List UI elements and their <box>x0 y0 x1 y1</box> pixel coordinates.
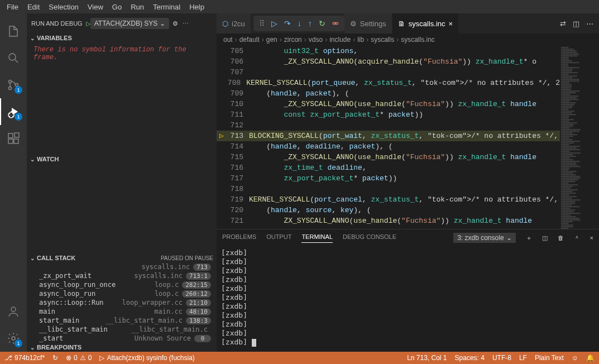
breadcrumb-item[interactable]: default <box>239 36 260 44</box>
terminal-select[interactable]: 3: zxdb console ⌄ <box>453 233 515 243</box>
restart-icon[interactable]: ↻ <box>319 19 325 28</box>
menu-view[interactable]: View <box>83 3 108 11</box>
code-line[interactable]: 717 zx_port_packet_t* packet)) <box>217 173 560 184</box>
stack-frame[interactable]: async_loop_run_onceloop.c282:15 <box>27 280 217 289</box>
menu-help[interactable]: Help <box>185 3 209 11</box>
code-line[interactable]: 718 <box>217 184 560 194</box>
new-terminal-icon[interactable]: ＋ <box>526 234 532 242</box>
more-icon[interactable]: ⋯ <box>586 20 593 28</box>
code-line[interactable]: 706 _ZX_SYSCALL_ANNO(acquire_handle("Fuc… <box>217 56 560 67</box>
code-line[interactable]: 720 (handle, source, key), ( <box>217 205 560 215</box>
settings-icon[interactable]: 1 <box>0 325 27 352</box>
breadcrumb-item[interactable]: zircon <box>284 36 302 44</box>
start-debug-icon[interactable]: ▷ <box>86 20 90 27</box>
stack-frame[interactable]: _zx_port_waitsyscalls.inc713:1 <box>27 271 217 280</box>
menu-terminal[interactable]: Terminal <box>148 3 185 11</box>
breadcrumb-item[interactable]: include <box>329 36 351 44</box>
code-line[interactable]: ▷713BLOCKING_SYSCALL(port_wait, zx_statu… <box>217 131 560 141</box>
feedback-icon[interactable]: ☺ <box>572 354 578 362</box>
launch-config-select[interactable]: Attach(zxdb) sys ⌄ <box>90 18 170 29</box>
code-line[interactable]: 708KERNEL_SYSCALL(port_queue, zx_status_… <box>217 78 560 88</box>
code-content[interactable]: 705 uint32_t options,706 _ZX_SYSCALL_ANN… <box>217 46 560 229</box>
stack-frame[interactable]: mainmain.cc48:10 <box>27 307 217 316</box>
sync-status[interactable]: ↻ <box>52 354 58 362</box>
chevron-up-icon[interactable]: ＾ <box>574 234 580 242</box>
breakpoints-section[interactable]: ⌄BREAKPOINTS <box>27 343 217 352</box>
gear-icon[interactable]: ⚙ <box>172 20 178 27</box>
menu-file[interactable]: File <box>2 3 23 11</box>
menu-go[interactable]: Go <box>108 3 126 11</box>
code-line[interactable]: 712 <box>217 120 560 131</box>
stack-frame[interactable]: async::Loop::Runloop_wrapper.cc21:10 <box>27 298 217 307</box>
code-line[interactable]: 711 const zx_port_packet_t* packet)) <box>217 109 560 120</box>
menu-edit[interactable]: Edit <box>23 3 44 11</box>
code-line[interactable]: 716 zx_time_t deadline, <box>217 162 560 173</box>
cursor-position[interactable]: Ln 713, Col 1 <box>407 354 447 362</box>
problems-status[interactable]: ⊗0 ⚠0 <box>66 354 92 362</box>
breadcrumb-item[interactable]: syscalls <box>371 36 394 44</box>
code-line[interactable]: 707 <box>217 67 560 78</box>
breadcrumb-item[interactable]: syscalls.inc <box>401 36 435 44</box>
stack-frame[interactable]: start_main__libc_start_main.c138:3 <box>27 316 217 325</box>
stack-frame[interactable]: async_loop_runloop.c260:12 <box>27 289 217 298</box>
code-line[interactable]: 710 _ZX_SYSCALL_ANNO(use_handle("Fuchsia… <box>217 99 560 109</box>
explorer-icon[interactable] <box>0 18 27 45</box>
code-line[interactable]: 709 (handle, packet), ( <box>217 88 560 99</box>
stack-frame[interactable]: _startUnknown Source0 <box>27 334 217 343</box>
watch-section[interactable]: ⌄WATCH <box>27 155 217 164</box>
terminal-body[interactable]: [zxdb][zxdb][zxdb][zxdb][zxdb][zxdb][zxd… <box>217 246 599 352</box>
code-line[interactable]: 719KERNEL_SYSCALL(port_cancel, zx_status… <box>217 194 560 205</box>
menu-selection[interactable]: Selection <box>44 3 83 11</box>
variables-section[interactable]: ⌄VARIABLES <box>27 33 217 42</box>
trash-icon[interactable]: 🗑 <box>558 234 564 241</box>
breadcrumb-item[interactable]: gen <box>266 36 277 44</box>
breadcrumb-item[interactable]: lib <box>357 36 364 44</box>
step-into-icon[interactable]: ↓ <box>298 19 301 28</box>
tab-output[interactable]: OUTPUT <box>266 233 291 242</box>
close-panel-icon[interactable]: × <box>590 234 593 241</box>
code-line[interactable]: 714 (handle, deadline, packet), ( <box>217 141 560 152</box>
drag-handle-icon[interactable]: ⠿ <box>259 19 265 28</box>
extensions-icon[interactable] <box>0 125 27 152</box>
bell-icon[interactable]: 🔔 <box>586 354 595 362</box>
language-status[interactable]: Plain Text <box>535 354 564 362</box>
eol-status[interactable]: LF <box>519 354 527 362</box>
stack-frame[interactable]: __libc_start_main__libc_start_main.c <box>27 325 217 334</box>
stack-frame[interactable]: syscalls.inc713 <box>27 262 217 271</box>
continue-icon[interactable]: ▷ <box>271 19 277 28</box>
branch-status[interactable]: ⎇974b12cf* <box>4 354 45 362</box>
code-line[interactable]: 705 uint32_t options, <box>217 46 560 56</box>
close-icon[interactable]: × <box>449 20 453 28</box>
breadcrumb-item[interactable]: vdso <box>309 36 323 44</box>
more-icon[interactable]: ⋯ <box>183 20 189 27</box>
editor-body[interactable]: 705 uint32_t options,706 _ZX_SYSCALL_ANN… <box>217 46 599 229</box>
tab-syscalls[interactable]: 🗎syscalls.inc× <box>392 13 459 33</box>
encoding-status[interactable]: UTF-8 <box>492 354 511 362</box>
accounts-icon[interactable] <box>0 298 27 325</box>
tab-settings[interactable]: ⚙Settings <box>344 13 392 33</box>
tab-i2cu[interactable]: ⬡i2cu <box>217 13 251 33</box>
step-out-icon[interactable]: ↑ <box>308 19 312 28</box>
search-icon[interactable] <box>0 45 27 71</box>
chevron-down-icon: ⌄ <box>30 344 35 351</box>
tab-terminal[interactable]: TERMINAL <box>301 233 333 243</box>
tab-debug-console[interactable]: DEBUG CONSOLE <box>343 233 396 242</box>
breadcrumb-item[interactable]: out <box>223 36 233 44</box>
code-line[interactable]: 715 _ZX_SYSCALL_ANNO(use_handle("Fuchsia… <box>217 152 560 162</box>
disconnect-icon[interactable]: ⚮ <box>332 19 339 28</box>
code-line[interactable]: 721 ZX_SYSCALL_ANNO(use_handle("Fuchsia"… <box>217 215 560 226</box>
scm-icon[interactable]: 1 <box>0 71 27 98</box>
minimap[interactable]: ████████████████████████████████████████… <box>560 46 599 229</box>
step-over-icon[interactable]: ↷ <box>284 19 291 28</box>
compare-icon[interactable]: ⇄ <box>560 20 566 28</box>
debug-status[interactable]: ▷Attach(zxdb) sysinfo (fuchsia) <box>99 354 194 362</box>
indent-status[interactable]: Spaces: 4 <box>455 354 485 362</box>
tab-problems[interactable]: PROBLEMS <box>222 233 256 242</box>
split-icon[interactable]: ◫ <box>573 20 579 28</box>
split-terminal-icon[interactable]: ◫ <box>542 234 548 242</box>
debug-icon[interactable]: 1 <box>0 98 27 125</box>
callstack-section[interactable]: ⌄CALL STACKPAUSED ON PAUSE <box>27 253 217 262</box>
menu-run[interactable]: Run <box>126 3 148 11</box>
callstack-list: syscalls.inc713_zx_port_waitsyscalls.inc… <box>27 262 217 343</box>
breadcrumb[interactable]: out›default›gen›zircon›vdso›include›lib›… <box>217 33 599 46</box>
